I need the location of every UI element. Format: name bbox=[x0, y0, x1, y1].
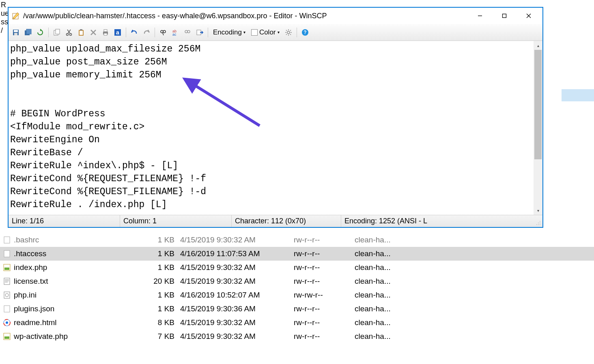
svg-point-34 bbox=[287, 31, 290, 34]
svg-point-46 bbox=[538, 223, 539, 223]
svg-line-40 bbox=[290, 34, 291, 35]
status-encoding: Encoding: 1252 (ANSI - L bbox=[341, 215, 535, 227]
file-size: 1 KB bbox=[144, 249, 180, 258]
svg-point-32 bbox=[187, 30, 190, 33]
toolbar-separator bbox=[48, 28, 49, 37]
file-icon bbox=[2, 332, 11, 341]
cut-icon[interactable] bbox=[63, 27, 75, 38]
file-permissions: rw-r--r-- bbox=[294, 304, 355, 313]
file-icon bbox=[2, 318, 11, 327]
file-row[interactable]: .htaccess1 KB4/16/2019 11:07:53 AMrw-r--… bbox=[0, 247, 594, 261]
file-name: license.txt bbox=[14, 277, 144, 286]
status-character: Character: 112 (0x70) bbox=[232, 215, 341, 227]
svg-rect-57 bbox=[4, 278, 10, 285]
scroll-up-icon[interactable]: ▴ bbox=[534, 41, 542, 50]
file-owner: clean-ha... bbox=[355, 236, 411, 244]
toolbar-separator bbox=[126, 28, 126, 37]
svg-rect-68 bbox=[4, 336, 9, 339]
copy-icon[interactable] bbox=[51, 27, 62, 38]
print-icon[interactable] bbox=[100, 27, 111, 38]
svg-rect-7 bbox=[14, 33, 17, 35]
file-row[interactable]: php.ini1 KB4/16/2019 10:52:07 AMrw-rw-r-… bbox=[0, 288, 594, 302]
file-icon bbox=[2, 249, 11, 258]
file-size: 1 KB bbox=[144, 304, 180, 313]
file-owner: clean-ha... bbox=[355, 332, 411, 341]
file-size: 1 KB bbox=[144, 263, 180, 272]
file-row[interactable]: index.php1 KB4/15/2019 9:30:32 AMrw-r--r… bbox=[0, 261, 594, 274]
app-icon bbox=[12, 12, 20, 20]
file-row[interactable]: .bashrc1 KB4/15/2019 9:30:32 AMrw-r--r--… bbox=[0, 233, 594, 247]
file-row[interactable]: license.txt20 KB4/15/2019 9:30:32 AMrw-r… bbox=[0, 274, 594, 288]
resize-grip-icon[interactable] bbox=[535, 220, 542, 226]
file-name: readme.html bbox=[14, 318, 144, 327]
file-size: 20 KB bbox=[144, 277, 180, 286]
editor-text-area[interactable]: php_value upload_max_filesize 256M php_v… bbox=[9, 41, 534, 215]
scroll-track[interactable] bbox=[534, 50, 542, 206]
reload-icon[interactable] bbox=[34, 27, 46, 38]
save-icon[interactable] bbox=[10, 27, 22, 38]
help-icon[interactable]: ? bbox=[299, 27, 311, 38]
file-size: 1 KB bbox=[144, 291, 180, 300]
svg-rect-17 bbox=[80, 31, 83, 35]
replace-icon[interactable]: abac bbox=[170, 27, 181, 38]
encoding-dropdown[interactable]: Encoding▾ bbox=[211, 27, 248, 38]
goto-icon[interactable] bbox=[194, 27, 205, 38]
file-row[interactable]: readme.html8 KB4/15/2019 9:30:32 AMrw-r-… bbox=[0, 316, 594, 330]
scroll-down-icon[interactable]: ▾ bbox=[534, 206, 542, 215]
scroll-thumb[interactable] bbox=[534, 50, 542, 159]
svg-line-42 bbox=[290, 30, 291, 31]
paste-icon[interactable] bbox=[75, 27, 87, 38]
redo-icon[interactable] bbox=[141, 27, 152, 38]
file-permissions: rw-r--r-- bbox=[294, 318, 355, 327]
file-size: 7 KB bbox=[144, 332, 180, 341]
file-name: .bashrc bbox=[14, 236, 144, 244]
minimize-button[interactable] bbox=[468, 8, 492, 24]
file-icon bbox=[2, 277, 11, 286]
settings-icon[interactable] bbox=[283, 27, 294, 38]
file-icon bbox=[2, 263, 11, 272]
maximize-button[interactable] bbox=[492, 8, 517, 24]
file-owner: clean-ha... bbox=[355, 291, 411, 300]
file-row[interactable]: wp-activate.php7 KB4/15/2019 9:30:32 AMr… bbox=[0, 330, 594, 343]
file-owner: clean-ha... bbox=[355, 318, 411, 327]
file-owner: clean-ha... bbox=[355, 304, 411, 313]
toolbar-separator bbox=[297, 28, 297, 37]
file-icon bbox=[2, 304, 11, 313]
file-name: php.ini bbox=[14, 291, 144, 300]
undo-icon[interactable] bbox=[129, 27, 140, 38]
file-size: 8 KB bbox=[144, 318, 180, 327]
titlebar[interactable]: /var/www/public/clean-hamster/.htaccess … bbox=[9, 8, 542, 24]
file-date: 4/15/2019 9:30:32 AM bbox=[180, 318, 294, 327]
file-row[interactable]: plugins.json1 KB4/15/2019 9:30:36 AMrw-r… bbox=[0, 302, 594, 316]
file-date: 4/15/2019 9:30:32 AM bbox=[180, 263, 294, 272]
encoding-label: Encoding bbox=[213, 28, 242, 36]
vertical-scrollbar[interactable]: ▴ ▾ bbox=[534, 41, 542, 215]
svg-rect-54 bbox=[4, 251, 10, 257]
file-size: 1 KB bbox=[144, 236, 180, 244]
svg-rect-53 bbox=[4, 237, 10, 243]
close-button[interactable] bbox=[517, 8, 541, 24]
file-owner: clean-ha... bbox=[355, 263, 411, 272]
window-controls bbox=[468, 8, 541, 24]
svg-text:ac: ac bbox=[172, 32, 176, 36]
svg-point-31 bbox=[185, 30, 187, 33]
chevron-down-icon: ▾ bbox=[278, 30, 280, 34]
find-icon[interactable] bbox=[157, 27, 169, 38]
color-dropdown[interactable]: Color▾ bbox=[249, 27, 282, 38]
svg-rect-18 bbox=[80, 29, 82, 30]
svg-point-26 bbox=[161, 30, 163, 33]
file-permissions: rw-rw-r-- bbox=[294, 291, 355, 300]
file-permissions: rw-r--r-- bbox=[294, 236, 355, 244]
editor-body: php_value upload_max_filesize 256M php_v… bbox=[9, 41, 542, 215]
svg-line-28 bbox=[163, 33, 164, 35]
save-all-icon[interactable] bbox=[22, 27, 34, 38]
delete-icon[interactable] bbox=[88, 27, 99, 38]
svg-line-39 bbox=[286, 30, 287, 31]
svg-line-41 bbox=[286, 34, 287, 35]
svg-rect-23 bbox=[104, 33, 107, 35]
svg-rect-22 bbox=[104, 30, 107, 32]
toolbar-separator bbox=[208, 28, 208, 37]
select-all-icon[interactable]: a bbox=[112, 27, 123, 38]
file-list[interactable]: .bashrc1 KB4/15/2019 9:30:32 AMrw-r--r--… bbox=[0, 233, 594, 343]
find-next-icon[interactable] bbox=[182, 27, 193, 38]
